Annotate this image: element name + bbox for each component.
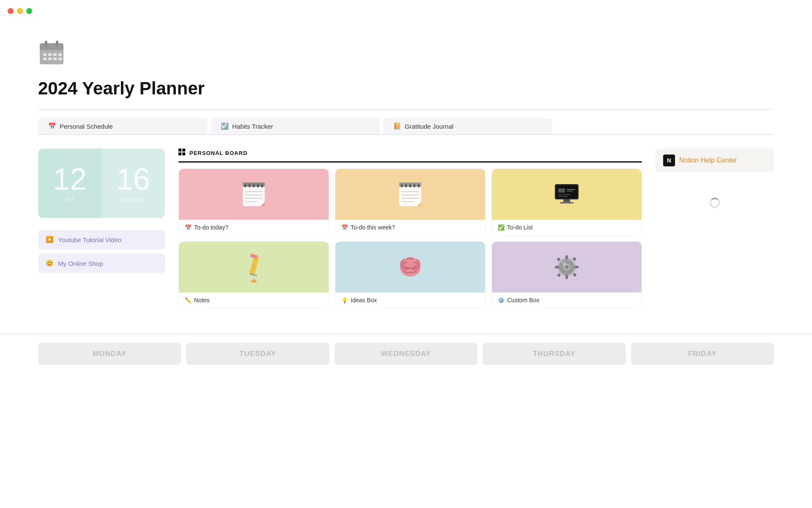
- day-monday[interactable]: MONDAY: [38, 343, 181, 365]
- card-notes-footer: ✏️ Notes: [179, 293, 329, 308]
- svg-rect-37: [402, 198, 419, 199]
- svg-rect-34: [418, 184, 420, 188]
- svg-rect-59: [565, 275, 568, 279]
- card-notes[interactable]: ✏️ Notes: [178, 241, 329, 308]
- svg-rect-6: [48, 53, 52, 56]
- clock-date: 16: [116, 164, 150, 194]
- svg-rect-44: [567, 189, 575, 190]
- svg-rect-25: [245, 194, 262, 196]
- card-todo-today-label: To-do today?: [194, 224, 228, 231]
- notion-logo-icon: N: [663, 155, 675, 166]
- svg-rect-33: [414, 184, 415, 188]
- todo-week-footer-icon: 📅: [341, 224, 348, 231]
- day-thursday[interactable]: THURSDAY: [483, 343, 625, 365]
- card-todo-week[interactable]: 📅 To-do this week?: [335, 168, 486, 235]
- svg-rect-21: [253, 184, 255, 188]
- svg-rect-2: [40, 48, 63, 50]
- svg-rect-27: [245, 201, 257, 202]
- tab-habits-tracker[interactable]: ☑️ Habits Tracker: [211, 118, 380, 134]
- board-title: PERSONAL BOARD: [189, 150, 247, 156]
- day-friday[interactable]: FRIDAY: [631, 343, 774, 365]
- youtube-icon: ▶️: [46, 236, 54, 243]
- card-custom-footer: ⚙️ Custom Box: [492, 293, 642, 308]
- svg-rect-45: [567, 191, 573, 192]
- svg-rect-22: [257, 184, 259, 188]
- todo-list-footer-icon: ✅: [498, 224, 505, 231]
- svg-rect-11: [53, 58, 57, 60]
- body-row: 12 PM 16 MONDAY ▶️ Youtube Tutorial Vide…: [38, 149, 774, 308]
- svg-rect-48: [249, 255, 259, 276]
- center-panel: PERSONAL BOARD: [178, 149, 642, 308]
- custom-footer-icon: ⚙️: [498, 297, 505, 304]
- card-notes-image: [179, 242, 329, 293]
- my-online-shop-link[interactable]: 😊 My Online Shop: [38, 254, 165, 273]
- tab-gratitude-journal-label: Gratitude Journal: [405, 123, 453, 130]
- card-todo-list-footer: ✅ To-do List: [492, 220, 642, 235]
- svg-rect-20: [249, 184, 250, 188]
- svg-point-68: [565, 265, 569, 269]
- youtube-tutorial-link[interactable]: ▶️ Youtube Tutorial Video: [38, 230, 165, 249]
- tab-gratitude-journal[interactable]: 📔 Gratitude Journal: [383, 118, 552, 134]
- svg-rect-60: [555, 266, 559, 268]
- board-grid-icon: [178, 149, 185, 157]
- card-notes-label: Notes: [194, 297, 210, 304]
- card-todo-today-footer: 📅 To-do today?: [179, 220, 329, 235]
- maximize-button[interactable]: [26, 8, 32, 14]
- loading-spinner: [710, 198, 720, 208]
- clock-am-pm: PM: [66, 197, 74, 203]
- spinner-area: [656, 198, 774, 208]
- notion-help-button[interactable]: N Notion Help Center: [656, 149, 774, 172]
- right-panel: N Notion Help Center: [656, 149, 774, 208]
- card-todo-list[interactable]: ✅ To-do List: [491, 168, 642, 235]
- youtube-tutorial-label: Youtube Tutorial Video: [58, 236, 121, 243]
- day-tuesday[interactable]: TUESDAY: [186, 343, 329, 365]
- minimize-button[interactable]: [17, 8, 23, 14]
- clock-widget: 12 PM 16 MONDAY: [38, 149, 165, 218]
- card-todo-week-image: [335, 169, 485, 220]
- svg-rect-36: [402, 194, 419, 196]
- tab-personal-schedule[interactable]: 📅 Personal Schedule: [38, 118, 207, 134]
- svg-rect-9: [43, 58, 47, 60]
- clock-hour: 12: [53, 164, 87, 194]
- svg-rect-58: [565, 255, 568, 260]
- svg-rect-35: [402, 191, 419, 192]
- tabs-divider: [38, 134, 774, 135]
- clock-right: 16 MONDAY: [102, 149, 165, 218]
- top-divider: [38, 109, 774, 110]
- close-button[interactable]: [8, 8, 14, 14]
- shop-icon: 😊: [46, 260, 54, 267]
- svg-rect-42: [560, 202, 573, 204]
- card-custom[interactable]: ⚙️ Custom Box: [491, 241, 642, 308]
- svg-rect-24: [245, 191, 262, 192]
- card-custom-image: [492, 242, 642, 293]
- svg-rect-31: [405, 184, 407, 188]
- svg-rect-43: [558, 188, 565, 193]
- tab-personal-schedule-label: Personal Schedule: [60, 123, 113, 130]
- titlebar: [0, 0, 812, 22]
- notes-footer-icon: ✏️: [185, 297, 192, 304]
- my-online-shop-label: My Online Shop: [58, 260, 103, 267]
- page-title: 2024 Yearly Planner: [38, 78, 774, 99]
- svg-rect-32: [409, 184, 411, 188]
- svg-rect-46: [558, 194, 571, 195]
- svg-rect-4: [56, 41, 58, 47]
- svg-rect-26: [245, 198, 262, 199]
- svg-rect-12: [58, 58, 62, 60]
- card-ideas-image: [335, 242, 485, 293]
- card-ideas-label: Ideas Box: [351, 297, 377, 304]
- card-todo-today-image: [179, 169, 329, 220]
- svg-rect-3: [45, 41, 47, 47]
- card-custom-label: Custom Box: [507, 297, 539, 304]
- card-ideas[interactable]: 💡 Ideas Box: [335, 241, 486, 308]
- tabs-row: 📅 Personal Schedule ☑️ Habits Tracker 📔 …: [38, 118, 774, 134]
- board-grid: 📅 To-do today?: [178, 168, 642, 308]
- svg-rect-15: [178, 152, 181, 155]
- svg-rect-47: [558, 196, 568, 197]
- svg-rect-41: [563, 199, 570, 202]
- day-wednesday[interactable]: WEDNESDAY: [335, 343, 477, 365]
- tab-habits-tracker-label: Habits Tracker: [232, 123, 273, 130]
- card-todo-today[interactable]: 📅 To-do today?: [178, 168, 329, 235]
- page-icon: [38, 39, 774, 72]
- days-row: MONDAY TUESDAY WEDNESDAY THURSDAY FRIDAY: [0, 334, 812, 373]
- svg-rect-16: [182, 152, 185, 155]
